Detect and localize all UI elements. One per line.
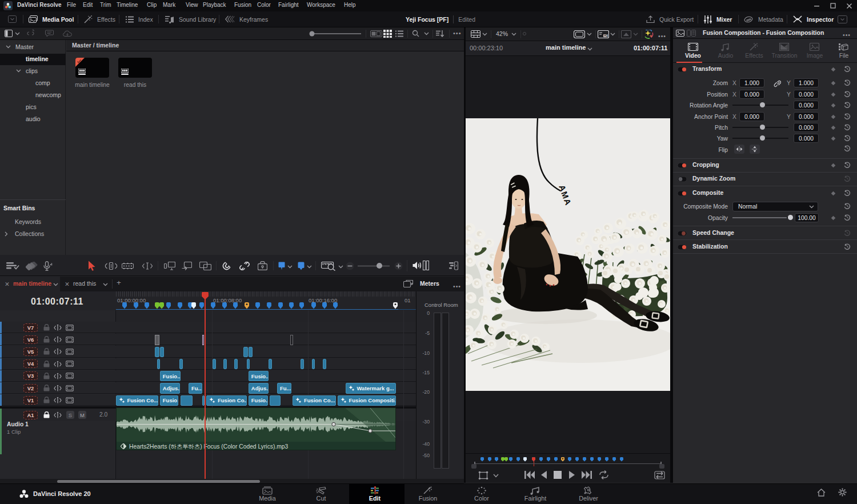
- svg-text:HQ: HQ: [604, 34, 608, 37]
